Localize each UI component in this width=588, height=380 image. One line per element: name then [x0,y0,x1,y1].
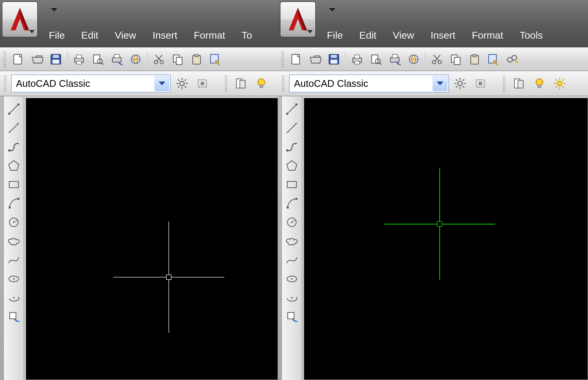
print-button[interactable] [70,50,88,68]
block-editor-button[interactable] [503,50,521,68]
insert-block-tool[interactable] [5,308,22,325]
publish-button[interactable] [127,50,145,68]
scissors-icon [431,53,443,66]
application-menu-button[interactable] [280,1,316,37]
workspace-settings-button[interactable] [451,75,469,92]
line-tool[interactable] [283,101,300,117]
toolbar-grip-icon[interactable] [281,76,285,92]
construction-line-tool[interactable] [5,119,22,136]
svg-line-42 [9,123,19,133]
menu-insert[interactable]: Insert [423,27,464,43]
publish-button[interactable] [405,50,423,68]
polyline-tool[interactable] [283,138,300,155]
toolbar-separator [425,52,425,67]
tool-palettes-button[interactable] [232,75,250,92]
workspace-lock-button[interactable] [472,75,489,92]
workspace-lock-button[interactable] [193,75,211,92]
quick-access-dropdown-icon[interactable] [329,8,336,12]
ellipse-tool[interactable] [5,270,22,287]
polyline-tool[interactable] [5,138,22,155]
toolbar-grip-icon[interactable] [3,51,6,67]
arc-tool[interactable] [5,195,22,212]
paste-button[interactable] [188,50,205,68]
lightbulb-button[interactable] [531,75,548,92]
dropdown-arrow-icon[interactable] [433,76,447,91]
spline-tool[interactable] [283,251,300,268]
menu-edit[interactable]: Edit [351,27,385,43]
svg-line-106 [562,86,564,88]
copy-button[interactable] [447,50,465,68]
svg-point-124 [291,278,293,280]
line-tool[interactable] [5,101,22,117]
copy-button[interactable] [169,50,187,68]
lightbulb-button[interactable] [252,75,270,92]
revision-cloud-tool[interactable] [283,233,300,250]
toolbar-grip-icon[interactable] [224,76,228,92]
match-properties-button[interactable] [484,50,502,68]
svg-rect-21 [195,55,199,57]
polygon-tool[interactable] [5,157,22,174]
construction-line-tool[interactable] [283,119,300,136]
save-button[interactable] [47,50,65,68]
open-button[interactable] [28,50,46,68]
menu-insert[interactable]: Insert [144,27,186,43]
polygon-tool[interactable] [283,157,300,174]
toolbar-grip-icon[interactable] [281,51,284,67]
autocad-window-left: File Edit View Insert Format To [0,0,278,380]
menu-edit[interactable]: Edit [73,27,107,43]
paste-button[interactable] [466,50,484,68]
workspace-dropdown[interactable]: AutoCAD Classic [289,75,449,92]
menu-view[interactable]: View [385,27,423,43]
print-preview-button[interactable] [89,50,107,68]
svg-point-85 [458,81,462,86]
menu-tools[interactable]: Tools [511,27,551,43]
tool-palettes-button[interactable] [510,75,528,92]
print-button[interactable] [348,50,366,68]
drawing-canvas[interactable] [304,98,588,380]
ellipse-arc-tool[interactable] [5,289,22,306]
open-button[interactable] [306,50,324,68]
svg-point-98 [536,79,543,86]
gutter [278,96,282,380]
circle-tool[interactable] [5,214,22,231]
match-properties-icon [487,53,500,66]
plot-button[interactable] [108,50,126,68]
construction-line-icon [285,121,298,134]
plot-button[interactable] [386,50,404,68]
spline-tool[interactable] [5,251,22,268]
dropdown-arrow-icon[interactable] [155,76,169,91]
new-button[interactable] [287,50,305,68]
new-button[interactable] [9,50,27,68]
workspace-settings-button[interactable] [173,75,191,92]
sun-button[interactable] [551,75,569,92]
ellipse-tool[interactable] [283,270,300,287]
menu-file[interactable]: File [41,27,73,43]
print-preview-button[interactable] [367,50,385,68]
svg-rect-66 [355,61,360,64]
insert-block-tool[interactable] [283,308,300,325]
toolbar-grip-icon[interactable] [502,76,506,92]
ellipse-arc-tool[interactable] [283,289,300,306]
rectangle-tool[interactable] [283,176,300,193]
menu-tools-partial[interactable]: To [233,27,260,43]
workspace-dropdown[interactable]: AutoCAD Classic [11,75,171,92]
rectangle-tool[interactable] [5,176,22,193]
new-file-icon [290,53,302,66]
cut-button[interactable] [150,50,168,68]
arc-tool[interactable] [283,195,300,212]
svg-rect-38 [260,85,263,88]
drawing-canvas[interactable] [26,98,278,380]
match-properties-button[interactable] [206,50,224,68]
revision-cloud-tool[interactable] [5,233,22,250]
save-button[interactable] [325,50,343,68]
menu-format[interactable]: Format [185,27,233,43]
quick-access-dropdown-icon[interactable] [51,8,57,12]
cut-button[interactable] [428,50,446,68]
menu-view[interactable]: View [107,27,144,43]
save-disk-icon [50,53,62,66]
menu-format[interactable]: Format [463,27,511,43]
application-menu-button[interactable] [2,1,38,37]
toolbar-grip-icon[interactable] [3,76,7,92]
circle-tool[interactable] [283,214,300,231]
menu-file[interactable]: File [319,27,351,43]
